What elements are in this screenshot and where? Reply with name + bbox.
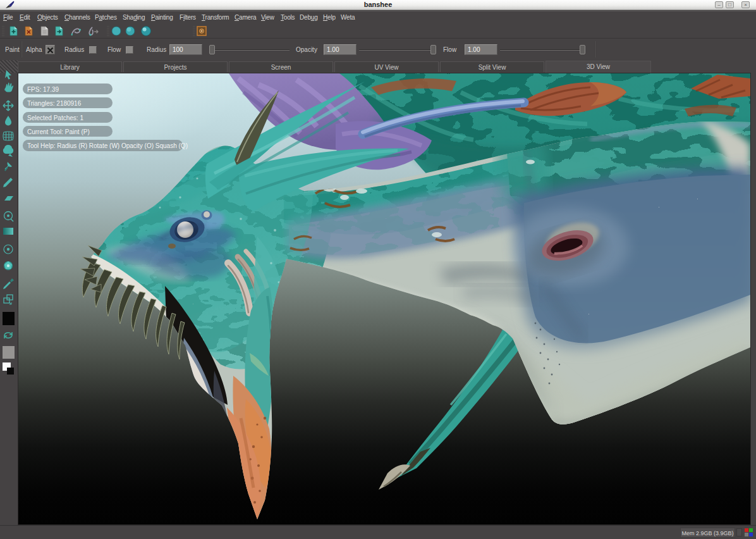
svg-text:Triangles: 2180916: Triangles: 2180916 (27, 100, 82, 107)
svg-text:Tool Help: Radius (R) Rotat: Tool Help: Radius (R) Rotate (W) Opacity… (27, 142, 188, 149)
svg-text:Selected Patches: 1: Selected Patches: 1 (27, 115, 83, 121)
svg-text:Current Tool: Paint (P): Current Tool: Paint (P) (27, 128, 90, 135)
svg-text:FPS: 17.39: FPS: 17.39 (27, 86, 59, 93)
